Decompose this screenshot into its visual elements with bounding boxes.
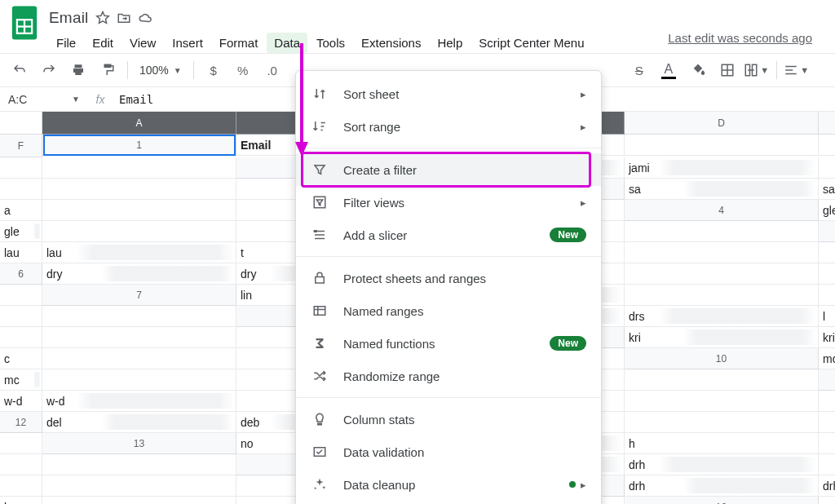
cell[interactable] bbox=[819, 412, 835, 433]
row-header[interactable]: 4 bbox=[625, 200, 819, 221]
cell[interactable]: gle bbox=[0, 221, 42, 242]
menu-column-stats[interactable]: Column stats bbox=[296, 403, 601, 435]
cell[interactable]: lau bbox=[42, 242, 236, 263]
merge-button[interactable]: ▼ bbox=[744, 57, 770, 83]
menu-data-cleanup[interactable]: Data cleanup ▸ bbox=[296, 468, 601, 501]
align-button[interactable]: ▼ bbox=[784, 57, 810, 83]
redo-button[interactable] bbox=[36, 57, 62, 83]
star-icon[interactable] bbox=[95, 11, 110, 25]
move-folder-icon[interactable] bbox=[117, 11, 131, 25]
cell[interactable] bbox=[625, 263, 819, 285]
strikethrough-button[interactable]: S bbox=[626, 57, 652, 83]
last-edit-link[interactable]: Last edit was seconds ago bbox=[668, 31, 812, 45]
cell[interactable] bbox=[625, 221, 819, 242]
undo-button[interactable] bbox=[7, 57, 33, 83]
cell[interactable]: lau bbox=[0, 242, 42, 263]
row-header[interactable]: 10 bbox=[625, 348, 819, 369]
column-header[interactable]: D bbox=[625, 112, 819, 135]
cell[interactable] bbox=[42, 221, 236, 242]
cell[interactable]: drh bbox=[625, 454, 819, 475]
name-box[interactable]: A:C▼ bbox=[0, 93, 88, 106]
menu-add-slicer[interactable]: Add a slicer New bbox=[296, 219, 601, 251]
menu-sort-sheet[interactable]: Sort sheet ▸ bbox=[296, 77, 601, 110]
cell[interactable]: kris bbox=[819, 327, 835, 348]
borders-button[interactable] bbox=[714, 57, 740, 83]
cell[interactable]: pa bbox=[819, 497, 835, 504]
cell[interactable] bbox=[42, 306, 236, 327]
cell[interactable]: c bbox=[0, 348, 42, 369]
menu-create-filter[interactable]: Create a filter bbox=[296, 153, 601, 186]
cell[interactable]: w-d bbox=[42, 391, 236, 412]
percent-button[interactable]: % bbox=[230, 57, 256, 83]
menu-format[interactable]: Format bbox=[212, 33, 266, 53]
cell[interactable] bbox=[42, 157, 236, 179]
menu-sort-range[interactable]: Sort range ▸ bbox=[296, 110, 601, 143]
cell[interactable] bbox=[625, 135, 819, 156]
cell[interactable] bbox=[0, 179, 42, 200]
cell[interactable] bbox=[42, 369, 236, 391]
cell[interactable]: l bbox=[819, 306, 835, 327]
row-header[interactable]: 12 bbox=[0, 412, 42, 433]
menu-edit[interactable]: Edit bbox=[85, 33, 121, 53]
menu-named-ranges[interactable]: Named ranges bbox=[296, 294, 601, 327]
menu-data-validation[interactable]: Data validation bbox=[296, 435, 601, 468]
cell[interactable] bbox=[42, 497, 236, 504]
menu-extensions[interactable]: Extensions bbox=[354, 33, 428, 53]
cell[interactable] bbox=[625, 369, 819, 391]
cell[interactable]: mc bbox=[819, 348, 835, 369]
cell[interactable]: sa bbox=[625, 179, 819, 200]
cell[interactable] bbox=[0, 475, 42, 497]
zoom-select[interactable]: 100%▼ bbox=[135, 64, 187, 77]
doc-title[interactable]: Email bbox=[49, 9, 89, 27]
cell[interactable]: dry bbox=[42, 263, 236, 285]
paint-format-button[interactable] bbox=[95, 57, 121, 83]
cell[interactable] bbox=[819, 242, 835, 263]
cloud-status-icon[interactable] bbox=[138, 11, 152, 25]
cell[interactable] bbox=[625, 391, 819, 412]
cell[interactable]: kri bbox=[625, 327, 819, 348]
cell[interactable] bbox=[819, 157, 835, 179]
print-button[interactable] bbox=[65, 57, 91, 83]
cell[interactable] bbox=[0, 285, 42, 306]
row-header[interactable]: 16 bbox=[625, 497, 819, 504]
cell[interactable]: mc bbox=[0, 369, 42, 391]
cell[interactable]: drh bbox=[819, 475, 835, 497]
cell[interactable] bbox=[819, 263, 835, 285]
cell[interactable] bbox=[42, 454, 236, 475]
menu-help[interactable]: Help bbox=[430, 33, 470, 53]
text-color-button[interactable]: A bbox=[656, 62, 682, 79]
cell[interactable] bbox=[819, 433, 835, 454]
cell[interactable] bbox=[819, 285, 835, 306]
cell[interactable] bbox=[625, 242, 819, 263]
row-header[interactable]: 1 bbox=[42, 135, 236, 156]
cell[interactable]: w-d bbox=[0, 391, 42, 412]
column-header[interactable]: A bbox=[42, 112, 236, 135]
menu-data[interactable]: Data bbox=[267, 33, 307, 53]
row-header[interactable]: 6 bbox=[0, 263, 42, 285]
menu-tools[interactable]: Tools bbox=[309, 33, 352, 53]
select-all-cell[interactable] bbox=[0, 112, 42, 135]
column-header[interactable]: F bbox=[0, 135, 42, 157]
cell[interactable] bbox=[819, 454, 835, 475]
row-header[interactable]: 7 bbox=[42, 285, 236, 306]
currency-button[interactable]: $ bbox=[201, 57, 227, 83]
cell[interactable] bbox=[625, 285, 819, 306]
sheets-logo[interactable] bbox=[8, 7, 41, 39]
cell[interactable] bbox=[819, 391, 835, 412]
row-header[interactable]: 13 bbox=[42, 433, 236, 454]
cell[interactable]: jami bbox=[625, 157, 819, 179]
cell[interactable] bbox=[42, 179, 236, 200]
cell[interactable]: gle bbox=[819, 200, 835, 221]
menu-insert[interactable]: Insert bbox=[165, 33, 210, 53]
cell[interactable]: drh bbox=[625, 475, 819, 497]
cell[interactable] bbox=[42, 200, 236, 221]
cell[interactable]: a bbox=[0, 200, 42, 221]
cell[interactable] bbox=[0, 454, 42, 475]
menu-file[interactable]: File bbox=[49, 33, 83, 53]
cell[interactable] bbox=[42, 475, 236, 497]
menu-randomize-range[interactable]: Randomize range bbox=[296, 360, 601, 392]
cell[interactable]: sa bbox=[819, 179, 835, 200]
column-header[interactable]: E bbox=[819, 112, 835, 135]
cell[interactable] bbox=[625, 412, 819, 433]
menu-script-center[interactable]: Script Center Menu bbox=[471, 33, 591, 53]
